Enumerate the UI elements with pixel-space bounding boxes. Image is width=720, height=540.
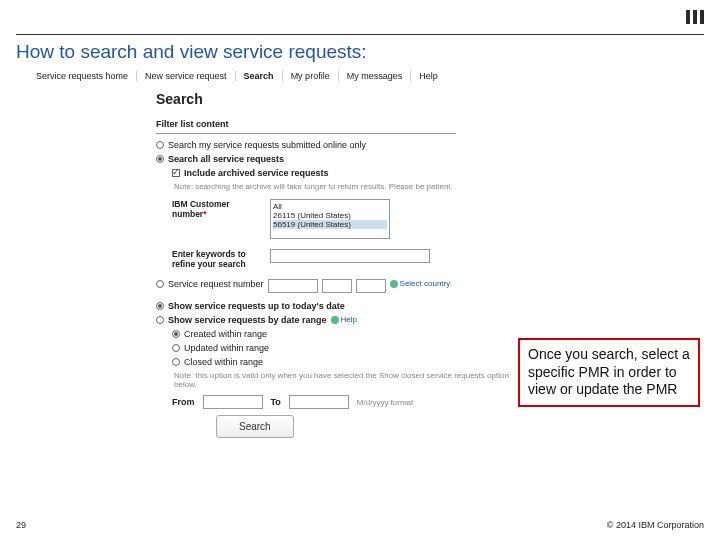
help-link[interactable]: Help xyxy=(331,315,357,324)
tab-profile[interactable]: My profile xyxy=(283,71,339,81)
tab-search[interactable]: Search xyxy=(236,71,283,81)
help-icon xyxy=(331,316,339,324)
tab-nav: Service requests home New service reques… xyxy=(16,71,704,81)
date-format-hint: M/d/yyyy format xyxy=(357,398,413,407)
srnum-input-3[interactable] xyxy=(356,279,386,293)
radio-all[interactable] xyxy=(156,155,164,163)
custnum-label: IBM Customer number xyxy=(172,199,230,219)
ibm-logo xyxy=(686,10,704,24)
custnum-listbox[interactable]: All 26115 (United States) 56519 (United … xyxy=(270,199,390,239)
updated-label: Updated within range xyxy=(184,343,269,353)
to-label: To xyxy=(271,397,281,407)
archived-note: Note: searching the archive will take lo… xyxy=(174,182,526,191)
radio-online[interactable] xyxy=(156,141,164,149)
archived-label: Include archived service requests xyxy=(184,168,329,178)
header-rule xyxy=(16,34,704,35)
opt-all-label: Search all service requests xyxy=(168,154,284,164)
srnum-input-2[interactable] xyxy=(322,279,352,293)
callout-text: Once you search, select a specific PMR i… xyxy=(528,346,690,397)
opt-online-label: Search my service requests submitted onl… xyxy=(168,140,366,150)
custnum-opt-2[interactable]: 56519 (United States) xyxy=(273,220,387,229)
checkbox-archived[interactable] xyxy=(172,169,180,177)
page-title: How to search and view service requests: xyxy=(16,41,704,63)
radio-updated[interactable] xyxy=(172,344,180,352)
filter-label: Filter list content xyxy=(156,119,526,129)
globe-icon xyxy=(390,280,398,288)
callout-box: Once you search, select a specific PMR i… xyxy=(518,338,700,407)
keywords-input[interactable] xyxy=(270,249,430,263)
copyright: © 2014 IBM Corporation xyxy=(607,520,704,530)
search-button[interactable]: Search xyxy=(216,415,294,438)
radio-created[interactable] xyxy=(172,330,180,338)
divider xyxy=(156,133,456,134)
srnum-label: Service request number xyxy=(168,279,264,289)
select-country-link[interactable]: Select country xyxy=(390,279,451,288)
custnum-opt-1[interactable]: 26115 (United States) xyxy=(273,211,387,220)
from-label: From xyxy=(172,397,195,407)
created-label: Created within range xyxy=(184,329,267,339)
opt-today-label: Show service requests up to today's date xyxy=(168,301,345,311)
tab-new[interactable]: New service request xyxy=(137,71,236,81)
opt-range-label: Show service requests by date range xyxy=(168,315,327,325)
page-number: 29 xyxy=(16,520,26,530)
from-input[interactable] xyxy=(203,395,263,409)
radio-srnum[interactable] xyxy=(156,280,164,288)
radio-today[interactable] xyxy=(156,302,164,310)
radio-range[interactable] xyxy=(156,316,164,324)
closed-note: Note: this option is valid only when you… xyxy=(174,371,526,389)
custnum-opt-all[interactable]: All xyxy=(273,202,387,211)
tab-messages[interactable]: My messages xyxy=(339,71,412,81)
srnum-input-1[interactable] xyxy=(268,279,318,293)
closed-label: Closed within range xyxy=(184,357,263,367)
radio-closed[interactable] xyxy=(172,358,180,366)
tab-help[interactable]: Help xyxy=(411,71,446,81)
keywords-label: Enter keywords to refine your search xyxy=(172,249,262,269)
section-heading: Search xyxy=(156,91,526,107)
tab-home[interactable]: Service requests home xyxy=(28,71,137,81)
to-input[interactable] xyxy=(289,395,349,409)
